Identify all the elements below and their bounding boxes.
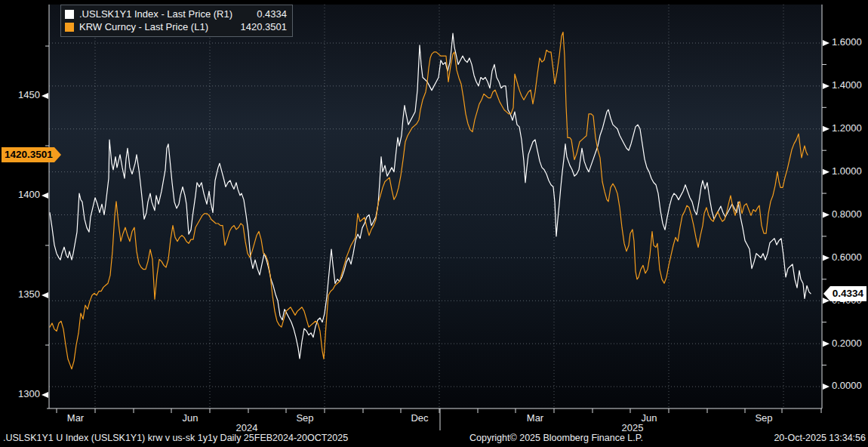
uslsk1y1-swatch-icon <box>65 10 74 19</box>
right-axis-tick-arrow-icon <box>823 126 830 132</box>
right-axis-tick-arrow-icon <box>823 169 830 175</box>
right-axis-tick-label: 1.4000 <box>832 79 862 91</box>
left-axis-tick-arrow-icon <box>42 93 48 99</box>
left-axis-tick-label: 1450 <box>18 89 40 100</box>
legend-row-krw[interactable]: KRW Curncy - Last Price (L1) 1420.3501 <box>65 20 287 33</box>
x-axis-month-label: Jun <box>183 412 199 424</box>
right-axis-tick-label: 1.2000 <box>832 122 862 134</box>
x-axis-month-label: Mar <box>67 412 85 424</box>
bloomberg-chart-window: 14501400135013001.60001.40001.20001.0000… <box>0 0 868 447</box>
left-axis-tick-arrow-icon <box>42 193 48 199</box>
right-axis-tick-arrow-icon <box>823 254 830 260</box>
left-axis-tick-arrow-icon <box>42 292 48 298</box>
krw-last-price-tag: 1420.3501 <box>2 147 54 162</box>
tag-arrow-icon <box>54 147 61 162</box>
uslsk1y1-last-price-tag: 0.4334 <box>830 286 866 301</box>
x-axis-labels: MarJunSepDecMarJunSep20242025 <box>57 408 821 433</box>
right-axis-tick-arrow-icon <box>823 341 830 347</box>
uslsk1y1-last-price-value: 0.4334 <box>833 288 863 299</box>
krw-swatch-icon <box>65 23 74 32</box>
legend-label: .USLSK1Y1 Index - Last Price (R1) <box>79 8 251 20</box>
legend-label: KRW Curncy - Last Price (L1) <box>79 21 235 32</box>
legend-value: 0.4334 <box>257 8 287 20</box>
copyright-text: Copyright© 2025 Bloomberg Finance L.P. <box>469 433 643 443</box>
left-axis-tick-label: 1350 <box>18 288 40 300</box>
plot-area[interactable] <box>49 5 822 408</box>
right-axis-tick-label: 1.0000 <box>832 165 862 177</box>
x-axis-month-label: Sep <box>755 412 772 424</box>
x-axis-month-label: Dec <box>411 412 429 424</box>
tag-arrow-icon <box>823 286 830 301</box>
status-bar: .USLSK1Y1 U Index (USLSK1Y1) krw v us-sk… <box>0 431 868 447</box>
krw-last-price-value: 1420.3501 <box>5 149 53 160</box>
chart-legend[interactable]: .USLSK1Y1 Index - Last Price (R1) 0.4334… <box>60 5 293 37</box>
right-axis-tick-arrow-icon <box>823 384 830 390</box>
right-axis-tick-label: 1.6000 <box>832 36 862 48</box>
price-chart: 14501400135013001.60001.40001.20001.0000… <box>0 0 868 447</box>
right-axis-tick-label: 0.0000 <box>832 380 862 391</box>
security-description: .USLSK1Y1 U Index (USLSK1Y1) krw v us-sk… <box>3 433 348 443</box>
left-axis-tick-label: 1400 <box>18 189 40 200</box>
right-axis-tick-label: 0.6000 <box>832 251 862 263</box>
timestamp: 20-Oct-2025 13:34:56 <box>774 433 866 443</box>
x-axis-month-label: Sep <box>296 412 313 424</box>
legend-row-uslsk1y1[interactable]: .USLSK1Y1 Index - Last Price (R1) 0.4334 <box>65 8 287 20</box>
x-axis-month-label: Jun <box>642 412 657 424</box>
right-axis-tick-arrow-icon <box>823 40 830 46</box>
right-axis-tick-arrow-icon <box>823 83 830 89</box>
right-axis-tick-arrow-icon <box>823 212 830 218</box>
left-axis-tick-arrow-icon <box>42 392 48 398</box>
x-axis-month-label: Mar <box>527 412 544 424</box>
right-axis-tick-label: 0.2000 <box>832 338 862 349</box>
right-axis-tick-label: 0.8000 <box>832 208 862 220</box>
legend-value: 1420.3501 <box>241 21 287 32</box>
left-axis-tick-label: 1300 <box>18 388 40 399</box>
